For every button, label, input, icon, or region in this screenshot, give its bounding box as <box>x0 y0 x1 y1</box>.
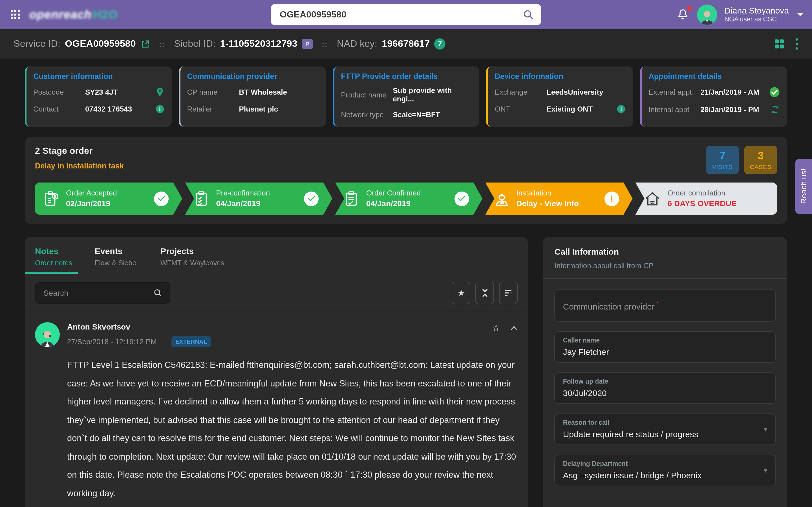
app-grid-menu-icon[interactable] <box>9 8 21 21</box>
call-info-title: Call Information <box>555 247 776 256</box>
stage-order-accepted: Order Accepted 02/Jan/2019 <box>35 182 182 215</box>
card-row: Network type Scale=N=BFT <box>341 109 473 120</box>
cases-label: CASES <box>750 163 771 170</box>
card-row: Postcode SY23 4JT <box>33 86 165 98</box>
delaying-department-select[interactable]: Delaying Department Asg –system issue / … <box>555 455 776 487</box>
service-id-bar: Service ID: OGEA00959580 :: Siebel ID: 1… <box>0 29 812 59</box>
clipboard-check-icon <box>343 190 360 207</box>
notes-search <box>35 282 170 304</box>
caller-name-field[interactable]: Caller name Jay Fletcher <box>555 332 776 363</box>
card-title: Appointment details <box>649 72 780 80</box>
card-row: Product name Sub provide with engi... <box>341 86 473 103</box>
order-section: 2 Stage order Delay in Installation task… <box>0 133 812 234</box>
row-label: Postcode <box>33 88 85 96</box>
app-window: openreachH2O <box>0 0 812 507</box>
field-value: Update required re status / progress <box>563 430 767 439</box>
stage-title: Pre-confirmation <box>216 189 270 198</box>
filter-button[interactable] <box>499 282 518 304</box>
note-item: Anton Skvortsov 27/Sep/2018 - 12:19:12 P… <box>25 312 528 503</box>
global-search-input[interactable] <box>280 10 522 20</box>
stage-date: 02/Jan/2019 <box>66 199 117 209</box>
call-info-form: Communication provider* Caller name Jay … <box>543 279 787 497</box>
device-information-card: Device information Exchange LeedsUnivers… <box>486 66 633 127</box>
app-header: openreachH2O <box>0 0 812 29</box>
dropdown-caret-icon: ▼ <box>762 467 769 474</box>
stage-order-confirmed: Order Confirmed 04/Jan/2019 <box>335 182 483 215</box>
notes-search-input[interactable] <box>43 288 153 297</box>
visits-count: 7 <box>719 150 725 161</box>
follow-up-date-field[interactable]: Follow up date 30/Jul/2020 <box>555 373 776 404</box>
fttp-order-details-card: FTTP Provide order details Product name … <box>333 66 479 127</box>
stage-installation-delay[interactable]: Installation Delay - View Info ! <box>485 182 632 215</box>
user-info: Diana Stoyanova NGA user as CSC <box>725 6 789 24</box>
reason-for-call-select[interactable]: Reason for call Update required re statu… <box>555 414 776 445</box>
tab-sublabel: Order notes <box>35 259 72 267</box>
stage-order-compilation: Order compilation 6 DAYS OVERDUE <box>636 182 777 215</box>
reach-us-tab[interactable]: Reach us! <box>795 159 812 214</box>
user-menu-chevron-icon[interactable] <box>796 11 804 18</box>
dropdown-caret-icon: ▼ <box>762 426 769 433</box>
note-author: Anton Skvortsov <box>67 322 211 331</box>
tab-sublabel: WFMT & Wayleaves <box>160 259 224 267</box>
siebel-p-badge: P <box>302 39 313 49</box>
order-head-text: 2 Stage order Delay in Installation task <box>35 146 124 170</box>
card-title: Communication provider <box>187 72 319 80</box>
clipboard-download-icon <box>43 190 60 207</box>
siebel-id-value: 1-1105520312793 <box>220 38 297 50</box>
service-id-group: Service ID: OGEA00959580 <box>13 38 150 50</box>
nad-key-group: NAD key: 196678617 7 <box>337 38 446 50</box>
field-label: Follow up date <box>563 378 767 385</box>
row-label: Retailer <box>187 105 239 113</box>
row-label: Internal appt <box>649 105 700 114</box>
collapse-all-button[interactable] <box>476 282 494 304</box>
external-link-icon[interactable] <box>140 39 150 49</box>
info-icon[interactable] <box>616 103 626 114</box>
tab-events[interactable]: Events Flow & Siebel <box>95 246 138 274</box>
notes-panel: Notes Order notes Events Flow & Siebel P… <box>25 237 528 507</box>
notes-toolbar-row: ★ <box>25 274 528 312</box>
cases-tile[interactable]: 3 CASES <box>744 146 777 174</box>
communication-provider-field[interactable]: Communication provider* <box>555 289 776 322</box>
kebab-menu-icon[interactable] <box>795 38 799 50</box>
field-label: Delaying Department <box>563 460 767 467</box>
row-value: Sub provide with engi... <box>393 86 473 103</box>
info-icon[interactable] <box>154 103 165 114</box>
stage-date: 04/Jan/2019 <box>216 199 270 209</box>
row-value: BT Wholesale <box>239 88 287 96</box>
nad-count-badge: 7 <box>434 38 446 50</box>
favourites-filter-button[interactable]: ★ <box>452 282 470 304</box>
row-value: 07432 176543 <box>85 105 132 113</box>
note-body-text: FTTP Level 1 Escalation C5462183: E-mail… <box>67 356 518 503</box>
nad-key-value: 196678617 <box>382 38 430 50</box>
row-label: Exchange <box>495 88 547 96</box>
star-icon: ★ <box>457 288 465 298</box>
service-id-value: OGEA00959580 <box>65 38 136 50</box>
call-info-header: Call Information Information about call … <box>543 237 787 279</box>
search-icon[interactable] <box>522 8 535 21</box>
note-author-avatar <box>35 322 60 347</box>
stage-check-icon <box>454 191 469 206</box>
field-value: Jay Fletcher <box>563 347 767 357</box>
engineer-icon <box>493 190 510 207</box>
note-star-icon[interactable]: ☆ <box>492 322 500 334</box>
service-id-label: Service ID: <box>13 38 60 50</box>
customer-information-card: Customer information Postcode SY23 4JT C… <box>25 66 172 127</box>
card-row: Internal appt 28/Jan/2019 - PM <box>649 104 780 115</box>
stage-pre-confirmation: Pre-confirmation 04/Jan/2019 <box>185 182 332 215</box>
grid-view-icon[interactable] <box>774 38 785 50</box>
note-collapse-chevron-icon[interactable] <box>511 326 518 331</box>
required-asterisk: * <box>656 299 659 307</box>
tab-projects[interactable]: Projects WFMT & Wayleaves <box>160 246 224 274</box>
notifications-bell-icon[interactable] <box>676 8 690 21</box>
refresh-icon[interactable] <box>770 104 780 115</box>
search-icon[interactable] <box>153 288 163 298</box>
tab-notes[interactable]: Notes Order notes <box>35 246 72 274</box>
field-value: 30/Jul/2020 <box>563 388 767 398</box>
card-row: CP name BT Wholesale <box>187 86 319 98</box>
visits-tile[interactable]: 7 VISITS <box>706 146 739 174</box>
user-avatar[interactable] <box>697 4 717 25</box>
call-information-panel: Call Information Information about call … <box>543 237 787 507</box>
location-pin-icon[interactable] <box>154 87 165 97</box>
notification-dot <box>687 6 692 11</box>
card-row: External appt 21/Jan/2019 - AM <box>649 86 780 98</box>
